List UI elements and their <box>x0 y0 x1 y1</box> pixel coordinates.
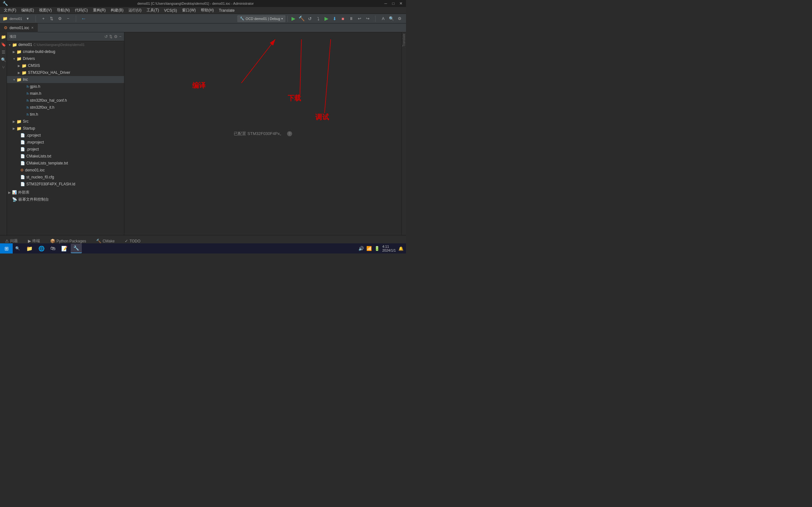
tree-no-arrow-tim: ▶ <box>22 113 26 116</box>
taskbar-battery-icon[interactable]: 🔋 <box>374 246 380 251</box>
minimize-button[interactable]: ─ <box>383 1 388 6</box>
tree-item-startup[interactable]: ▶ 📁 Startup <box>7 125 124 132</box>
start-button[interactable]: ⊞ <box>0 243 13 253</box>
menu-window[interactable]: 窗口(W) <box>180 7 198 14</box>
title-bar-title: demo01 [C:\Users\tangsang\Desktop\demo01… <box>8 2 383 5</box>
sidebar-git-icon[interactable]: ⑂ <box>0 64 7 70</box>
tab-demo01-ioc[interactable]: ⚙ demo01.ioc ✕ <box>0 23 38 32</box>
tree-header-controls: ↺ ⇅ ⚙ − <box>104 34 121 39</box>
debug-run-btn[interactable]: ▶ <box>322 15 330 22</box>
tree-item-external[interactable]: ▶ 📊 外部库 <box>7 189 124 196</box>
menu-edit[interactable]: 编辑(E) <box>19 7 37 14</box>
tree-settings-btn[interactable]: ⚙ <box>114 34 118 39</box>
menu-vcs[interactable]: VCS(S) <box>161 8 180 13</box>
taskbar-store[interactable]: 🛍 <box>48 244 58 253</box>
back-icon[interactable]: ← <box>80 15 88 22</box>
step-out-btn[interactable]: ↪ <box>364 15 371 22</box>
maximize-button[interactable]: □ <box>391 1 396 6</box>
toolbar-btn-add[interactable]: + <box>40 15 47 22</box>
tree-item-root[interactable]: ▾ 📁 demo01 C:\Users\tangsang\Desktop\dem… <box>7 41 124 48</box>
toolbar-btn-config[interactable]: ⚙ <box>56 15 64 22</box>
tree-item-ld[interactable]: ▶ 📄 STM32F030F4PX_FLASH.ld <box>7 181 124 187</box>
svg-line-4 <box>324 39 331 113</box>
tree-collapse-btn[interactable]: − <box>119 34 121 39</box>
tree-item-drivers[interactable]: ▾ 📁 Drivers <box>7 55 124 62</box>
sidebar-project-icon[interactable]: 📁 <box>0 34 7 40</box>
tree-item-hal-driver[interactable]: ▶ 📁 STM32F0xx_HAL_Driver <box>7 69 124 76</box>
sidebar-bookmark-icon[interactable]: 🔖 <box>0 41 7 48</box>
problems-label: 问题 <box>10 238 18 244</box>
menu-navigate[interactable]: 导航(N) <box>54 7 72 14</box>
editor-help-icon[interactable]: ? <box>287 131 292 136</box>
date-display: 2024/1/1 <box>382 248 396 252</box>
settings-btn[interactable]: ⚙ <box>396 15 403 22</box>
tree-refresh-btn[interactable]: ↺ <box>104 34 108 39</box>
menu-view[interactable]: 视图(V) <box>37 7 54 14</box>
title-bar-controls[interactable]: ─ □ ✕ <box>383 1 403 6</box>
tab-close-btn[interactable]: ✕ <box>31 26 34 30</box>
menu-code[interactable]: 代码(C) <box>72 7 90 14</box>
search-btn[interactable]: 🔍 <box>388 15 395 22</box>
run-btn[interactable]: ▶ <box>290 15 297 22</box>
tree-item-monitoring[interactable]: ▶ 📡 嵌幂文件和控制台 <box>7 196 124 203</box>
menu-translate[interactable]: Translate <box>216 8 237 13</box>
stop-btn[interactable]: ■ <box>339 15 347 22</box>
tree-sort-btn[interactable]: ⇅ <box>109 34 113 39</box>
menu-tools[interactable]: 工具(T) <box>144 7 161 14</box>
tree-item-cmsis[interactable]: ▶ 📁 CMSIS <box>7 62 124 69</box>
tree-item-hal-conf-h[interactable]: ▶ h stm32f0xx_hal_conf.h <box>7 97 124 104</box>
taskbar-clion[interactable]: 🔧 <box>71 244 82 253</box>
debug-icon: 🔧 <box>240 16 244 20</box>
pause-btn[interactable]: ⏸ <box>347 15 355 22</box>
tree-no-arrow-project: ▶ <box>16 148 20 151</box>
taskbar-notepad[interactable]: 📝 <box>59 244 70 253</box>
menu-help[interactable]: 帮助(H) <box>198 7 216 14</box>
tree-item-inc[interactable]: ▾ 📁 Inc <box>7 76 124 83</box>
tree-item-tim-h[interactable]: ▶ h tim.h <box>7 111 124 118</box>
tree-item-mxproject[interactable]: ▶ 📄 .mxproject <box>7 139 124 146</box>
main-layout: 📁 🔖 ☰ 🔍 ⑂ 项目 ↺ ⇅ ⚙ − ▾ 📁 demo01 C:\Users… <box>0 32 406 235</box>
tree-item-it-h[interactable]: ▶ h stm32f0xx_it.h <box>7 104 124 111</box>
sidebar-structure-icon[interactable]: ☰ <box>0 49 7 55</box>
tree-item-cproject[interactable]: ▶ 📄 .cproject <box>7 132 124 139</box>
menu-refactor[interactable]: 重构(R) <box>90 7 108 14</box>
tree-item-main-h[interactable]: ▶ h main.h <box>7 90 124 97</box>
right-sidebar-translate[interactable]: Translate <box>402 34 406 47</box>
tree-item-project[interactable]: ▶ 📄 .project <box>7 146 124 153</box>
folder-icon-hal: 📁 <box>21 70 27 75</box>
tree-item-cmakelists[interactable]: ▶ 📄 CMakeLists.txt <box>7 153 124 160</box>
tree-item-cmake-build-debug[interactable]: ▶ 📁 cmake-build-debug <box>7 48 124 55</box>
close-button[interactable]: ✕ <box>398 1 403 6</box>
tree-arrow-src: ▶ <box>12 120 16 123</box>
step-into-btn[interactable]: ↩ <box>356 15 363 22</box>
toolbar-btn-remove[interactable]: − <box>64 15 72 22</box>
menu-file[interactable]: 文件(F) <box>1 7 19 14</box>
taskbar-network-icon[interactable]: 📶 <box>366 246 372 251</box>
tree-item-cmakelists-template[interactable]: ▶ 📄 CMakeLists_template.txt <box>7 160 124 167</box>
tree-demo01-ioc-label: demo01.ioc <box>25 168 45 172</box>
taskbar-browser[interactable]: 🌐 <box>36 244 47 253</box>
build-btn[interactable]: 🔨 <box>298 15 305 22</box>
toolbar-btn-sort[interactable]: ⇅ <box>48 15 55 22</box>
menu-build[interactable]: 构建(B) <box>108 7 126 14</box>
step-over-btn[interactable]: ⤵ <box>314 15 322 22</box>
reload-btn[interactable]: ↺ <box>306 15 314 22</box>
tree-item-gpio-h[interactable]: ▶ h gpio.h <box>7 83 124 90</box>
taskbar-file-explorer[interactable]: 📁 <box>24 244 35 253</box>
taskbar-search[interactable]: 🔍 <box>13 243 22 253</box>
tree-item-demo01-ioc[interactable]: ▶ ⚙ demo01.ioc <box>7 167 124 174</box>
taskbar-notification[interactable]: 🔔 <box>398 246 403 251</box>
debug-config-dropdown[interactable]: 🔧 OCD demo01 | Debug ▾ <box>237 15 286 22</box>
tree-arrow-startup: ▶ <box>12 127 16 130</box>
tree-no-arrow-it: ▶ <box>22 106 26 109</box>
translate-btn[interactable]: A <box>379 15 387 22</box>
tree-item-cfg[interactable]: ▶ 📄 st_nucleo_f0.cfg <box>7 174 124 181</box>
tree-item-src[interactable]: ▶ 📁 Src <box>7 118 124 125</box>
sidebar-search-icon[interactable]: 🔍 <box>0 56 7 63</box>
download-btn[interactable]: ⬇ <box>331 15 339 22</box>
debug-config-label: OCD demo01 | Debug <box>246 17 280 20</box>
folder-icon-cmake-build: 📁 <box>16 49 21 54</box>
taskbar-volume-icon[interactable]: 🔊 <box>358 246 364 251</box>
project-dropdown-btn[interactable]: ▾ <box>24 15 32 22</box>
menu-run[interactable]: 运行(U) <box>126 7 144 14</box>
